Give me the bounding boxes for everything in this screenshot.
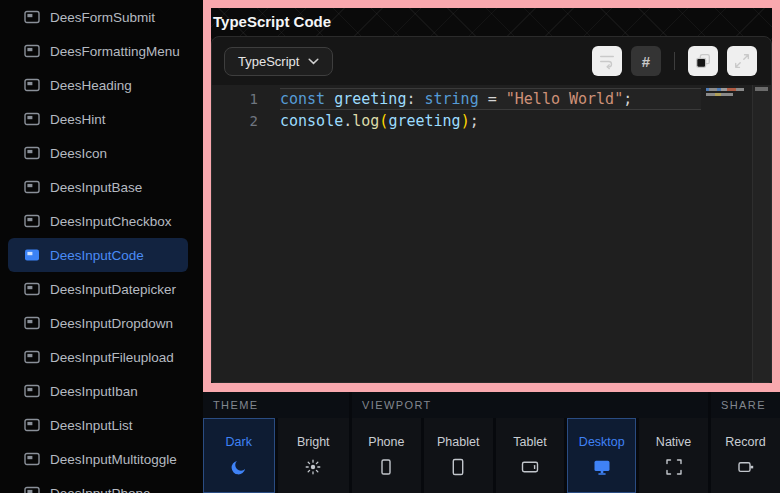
sidebar-item-label: DeesFormattingMenu (50, 44, 180, 59)
sidebar-item-deesinputiban[interactable]: DeesInputIban (8, 374, 188, 408)
sidebar-item-label: DeesInputMultitoggle (50, 452, 177, 467)
sidebar-item-label: DeesInputCheckbox (50, 214, 172, 229)
native-icon (664, 457, 684, 477)
scrollbar-thumb[interactable] (755, 87, 768, 91)
sidebar-item-deesformattingmenu[interactable]: DeesFormattingMenu (8, 34, 188, 68)
sidebar-item-label: DeesInputIban (50, 384, 138, 399)
code-token: ; (623, 90, 632, 108)
sidebar-item-deeshint[interactable]: DeesHint (8, 102, 188, 136)
sidebar-item-deesinputphone[interactable]: DeesInputPhone (8, 476, 188, 493)
code-line[interactable]: 2console.log(greeting); (212, 110, 771, 132)
phablet-icon (448, 457, 468, 477)
button-label: Tablet (513, 435, 546, 449)
sidebar-item-deesheading[interactable]: DeesHeading (8, 68, 188, 102)
component-icon (24, 248, 40, 262)
dark-button[interactable]: Dark (203, 418, 275, 493)
code-token: log (352, 112, 379, 130)
component-icon (24, 350, 40, 364)
code-area[interactable]: 1const greeting: string = "Hello World";… (212, 85, 771, 382)
line-number: 2 (212, 113, 258, 129)
tablet-icon (520, 457, 540, 477)
button-label: Desktop (579, 435, 625, 449)
code-token: string (415, 90, 478, 108)
phone-icon (376, 457, 396, 477)
sidebar-item-deesinputcode[interactable]: DeesInputCode (8, 238, 188, 272)
minimap-preview-line (706, 88, 744, 91)
native-button[interactable]: Native (639, 418, 708, 493)
editor-toolbar: TypeScript # (212, 37, 771, 85)
bright-button[interactable]: Bright (278, 418, 350, 493)
component-icon (24, 384, 40, 398)
line-numbers-icon[interactable]: # (631, 46, 661, 76)
copy-icon[interactable] (688, 46, 718, 76)
record-button[interactable]: Record (711, 418, 780, 493)
sidebar-item-label: DeesHint (50, 112, 106, 127)
word-wrap-icon[interactable] (592, 46, 622, 76)
editor-tool-icons: # (592, 46, 757, 76)
code-token: ) (461, 112, 470, 130)
record-icon (736, 457, 756, 477)
component-icon (24, 486, 40, 493)
component-icon (24, 282, 40, 296)
desktop-button[interactable]: Desktop (567, 418, 636, 493)
component-icon (24, 146, 40, 160)
sidebar-item-label: DeesIcon (50, 146, 107, 161)
sidebar-item-deesinputcheckbox[interactable]: DeesInputCheckbox (8, 204, 188, 238)
sidebar-item-label: DeesInputPhone (50, 486, 151, 493)
component-icon (24, 452, 40, 466)
button-label: Record (725, 435, 765, 449)
sidebar-item-deesinputbase[interactable]: DeesInputBase (8, 170, 188, 204)
component-icon (24, 418, 40, 432)
phablet-button[interactable]: Phablet (424, 418, 493, 493)
sidebar-item-label: DeesHeading (50, 78, 132, 93)
code-token: const (280, 90, 325, 108)
minimap-scrollbar[interactable] (752, 85, 771, 382)
sidebar-item-label: DeesInputDatepicker (50, 282, 176, 297)
component-icon (24, 78, 40, 92)
sidebar-item-deesinputdropdown[interactable]: DeesInputDropdown (8, 306, 188, 340)
code-token: "Hello World" (506, 90, 623, 108)
code-token: greeting (325, 90, 406, 108)
settings-section-viewport: VIEWPORTPhonePhabletTabletDesktopNative (352, 392, 708, 493)
phone-button[interactable]: Phone (352, 418, 421, 493)
component-icon (24, 10, 40, 24)
sidebar-item-deesformsubmit[interactable]: DeesFormSubmit (8, 0, 188, 34)
button-label: Native (656, 435, 691, 449)
sidebar-item-deesinputlist[interactable]: DeesInputList (8, 408, 188, 442)
content-column: TypeScript Code TypeScript # 1const gree… (196, 0, 780, 493)
tablet-button[interactable]: Tablet (496, 418, 565, 493)
sidebar-item-deesinputfileupload[interactable]: DeesInputFileupload (8, 340, 188, 374)
settings-section-theme: THEMEDarkBright (203, 392, 349, 493)
sidebar-item-label: DeesFormSubmit (50, 10, 155, 25)
code-line[interactable]: 1const greeting: string = "Hello World"; (212, 88, 771, 110)
line-number: 1 (212, 91, 258, 107)
section-heading: VIEWPORT (352, 392, 708, 418)
button-label: Dark (226, 435, 252, 449)
section-heading: SHARE (711, 392, 780, 418)
code-token: . (343, 112, 352, 130)
component-icon (24, 180, 40, 194)
sidebar-item-label: DeesInputBase (50, 180, 142, 195)
sidebar-item-deesinputdatepicker[interactable]: DeesInputDatepicker (8, 272, 188, 306)
sidebar-item-deesinputmultitoggle[interactable]: DeesInputMultitoggle (8, 442, 188, 476)
component-sidebar: DeesFormSubmitDeesFormattingMenuDeesHead… (0, 0, 196, 493)
code-token: ; (470, 112, 479, 130)
demo-title: TypeScript Code (211, 8, 772, 36)
button-label: Bright (297, 435, 330, 449)
chevron-down-icon (308, 58, 319, 65)
code-token: greeting (388, 112, 460, 130)
sidebar-item-label: DeesInputFileupload (50, 350, 174, 365)
toolbar-divider (674, 52, 675, 70)
section-heading: THEME (203, 392, 349, 418)
expand-icon[interactable] (727, 46, 757, 76)
demo-area: TypeScript Code TypeScript # 1const gree… (211, 8, 772, 383)
code-editor-panel: TypeScript # 1const greeting: string = "… (211, 36, 772, 383)
sun-icon (303, 457, 323, 477)
button-label: Phone (368, 435, 404, 449)
moon-icon (230, 457, 248, 477)
sidebar-item-label: DeesInputDropdown (50, 316, 173, 331)
code-token: = (479, 90, 506, 108)
settings-bar: THEMEDarkBrightVIEWPORTPhonePhabletTable… (203, 392, 780, 493)
language-selector[interactable]: TypeScript (224, 47, 333, 76)
sidebar-item-deesicon[interactable]: DeesIcon (8, 136, 188, 170)
